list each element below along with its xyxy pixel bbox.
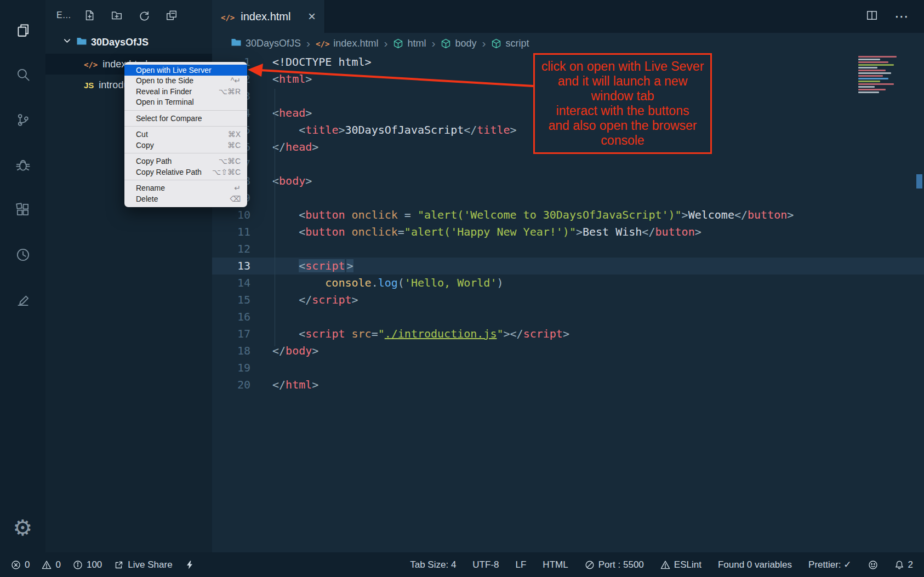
status-label: UTF-8: [472, 559, 499, 570]
annotation-line: click on open with Live Sever: [537, 59, 708, 74]
extensions-icon[interactable]: [0, 187, 45, 232]
code-line-7[interactable]: 7: [212, 156, 924, 173]
status-quick-action[interactable]: [185, 560, 195, 570]
breadcrumb-item-body[interactable]: body: [441, 38, 476, 49]
code-line-14[interactable]: 14 console.log('Hello, World'): [212, 275, 924, 292]
split-editor-icon[interactable]: [866, 9, 878, 24]
minimap[interactable]: [858, 56, 911, 93]
new-file-icon[interactable]: [83, 9, 95, 21]
bolt-icon: [185, 560, 195, 570]
tree-root-folder[interactable]: 30DaysOfJS: [45, 31, 212, 54]
collapse-all-icon[interactable]: [166, 9, 178, 21]
menu-item-delete[interactable]: Delete⌫: [124, 193, 247, 204]
status-info-count[interactable]: 100: [73, 559, 102, 570]
menu-separator: [124, 126, 247, 127]
tab-index-html[interactable]: </> index.html ×: [212, 0, 325, 33]
overview-ruler-marker: [916, 174, 922, 188]
line-number: 11: [212, 224, 250, 241]
tab-bar: </> index.html × ⋯: [212, 0, 924, 33]
status-bar: 00100Live Share Tab Size: 4UTF-8LFHTMLPo…: [0, 552, 924, 577]
status-errors[interactable]: 0: [11, 559, 30, 570]
menu-item-cut[interactable]: Cut⌘X: [124, 129, 247, 140]
breadcrumb-item-html[interactable]: html: [393, 38, 426, 49]
warning-icon: [42, 560, 52, 570]
refresh-icon[interactable]: [138, 9, 150, 21]
menu-item-open-in-terminal[interactable]: Open in Terminal: [124, 97, 247, 108]
menu-separator: [124, 110, 247, 111]
close-icon[interactable]: ×: [308, 10, 316, 23]
status-live-share[interactable]: Live Share: [114, 559, 172, 570]
status-eslint[interactable]: ESLint: [660, 559, 701, 570]
breadcrumb-item-30DaysOfJS[interactable]: 30DaysOfJS: [231, 37, 301, 50]
status-encoding[interactable]: UTF-8: [472, 559, 499, 570]
code-line-10[interactable]: 10 <button onclick = "alert('Welcome to …: [212, 207, 924, 224]
status-label: LF: [516, 559, 527, 570]
status-label: HTML: [543, 559, 568, 570]
code-line-15[interactable]: 15 </script>: [212, 292, 924, 309]
code-line-18[interactable]: 18</body>: [212, 342, 924, 359]
live-share-icon[interactable]: [0, 232, 45, 277]
status-notifications[interactable]: 2: [894, 559, 913, 570]
source-control-icon[interactable]: [0, 98, 45, 142]
explorer-icon[interactable]: [0, 8, 45, 53]
explorer-actions: [83, 9, 178, 21]
js-file-icon: JS: [84, 79, 94, 91]
status-label: Prettier: ✓: [808, 559, 851, 570]
code-line-20[interactable]: 20</html>: [212, 376, 924, 393]
status-label: 0: [55, 559, 60, 570]
annotation-line: console: [537, 133, 708, 148]
line-number: 13: [212, 258, 250, 275]
port-icon: [585, 560, 595, 570]
menu-item-rename[interactable]: Rename↵: [124, 183, 247, 194]
status-label: Port : 5500: [598, 559, 644, 570]
menu-item-reveal-in-finder[interactable]: Reveal in Finder⌥⌘R: [124, 86, 247, 97]
menu-item-copy-path[interactable]: Copy Path⌥⌘C: [124, 156, 247, 167]
code-line-12[interactable]: 12: [212, 241, 924, 258]
line-number: 20: [212, 376, 250, 393]
code-line-16[interactable]: 16: [212, 309, 924, 325]
status-feedback-smiley[interactable]: [868, 560, 878, 570]
run-debug-icon[interactable]: [0, 142, 45, 187]
new-folder-icon[interactable]: [111, 9, 123, 21]
search-icon[interactable]: [0, 53, 45, 98]
feedback-icon[interactable]: [0, 277, 45, 322]
activity-bar-items: [0, 8, 45, 322]
explorer-title: E…: [56, 10, 71, 20]
status-prettier[interactable]: Prettier: ✓: [808, 559, 851, 570]
breadcrumb-item-script[interactable]: script: [491, 38, 529, 49]
code-line-9[interactable]: 9: [212, 190, 924, 207]
status-found-variables[interactable]: Found 0 variables: [718, 559, 792, 570]
status-live-server-port[interactable]: Port : 5500: [585, 559, 644, 570]
menu-item-open-with-live-server[interactable]: Open with Live Server: [124, 65, 247, 76]
info-icon: [73, 560, 83, 570]
status-warnings[interactable]: 0: [42, 559, 60, 570]
code-line-11[interactable]: 11 <button onclick="alert('Happy New Yea…: [212, 224, 924, 241]
editor-actions: ⋯: [866, 0, 924, 33]
breadcrumb-item-index.html[interactable]: </>index.html: [316, 38, 378, 49]
code-line-19[interactable]: 19: [212, 359, 924, 376]
line-number: 19: [212, 359, 250, 376]
line-number: 18: [212, 342, 250, 359]
symbol-cube-icon: [441, 38, 451, 49]
menu-item-open-to-the-side[interactable]: Open to the Side^↵: [124, 76, 247, 87]
menu-separator: [124, 180, 247, 180]
menu-item-copy[interactable]: Copy⌘C: [124, 140, 247, 151]
annotation-box: click on open with Live Severand it will…: [533, 53, 712, 154]
status-language-mode[interactable]: HTML: [543, 559, 568, 570]
settings-gear-icon[interactable]: ⚙: [0, 503, 45, 552]
annotation-line: and also open the browser: [537, 118, 708, 133]
menu-item-copy-relative-path[interactable]: Copy Relative Path⌥⇧⌘C: [124, 167, 247, 178]
status-tab-size[interactable]: Tab Size: 4: [410, 559, 456, 570]
menu-shortcut: ⌥⇧⌘C: [212, 168, 241, 176]
status-label: 100: [87, 559, 102, 570]
menu-item-select-for-compare[interactable]: Select for Compare: [124, 113, 247, 124]
menu-shortcut: ⌘C: [227, 141, 241, 150]
status-eol[interactable]: LF: [516, 559, 527, 570]
chevron-down-icon: [62, 36, 72, 49]
more-actions-icon[interactable]: ⋯: [894, 8, 910, 25]
bell-icon: [894, 560, 904, 570]
html-file-icon: </>: [221, 10, 235, 23]
code-line-17[interactable]: 17 <script src="./introduction.js"></scr…: [212, 325, 924, 342]
code-line-13[interactable]: 13 <script>: [212, 258, 924, 275]
code-line-8[interactable]: 8<body>: [212, 173, 924, 190]
